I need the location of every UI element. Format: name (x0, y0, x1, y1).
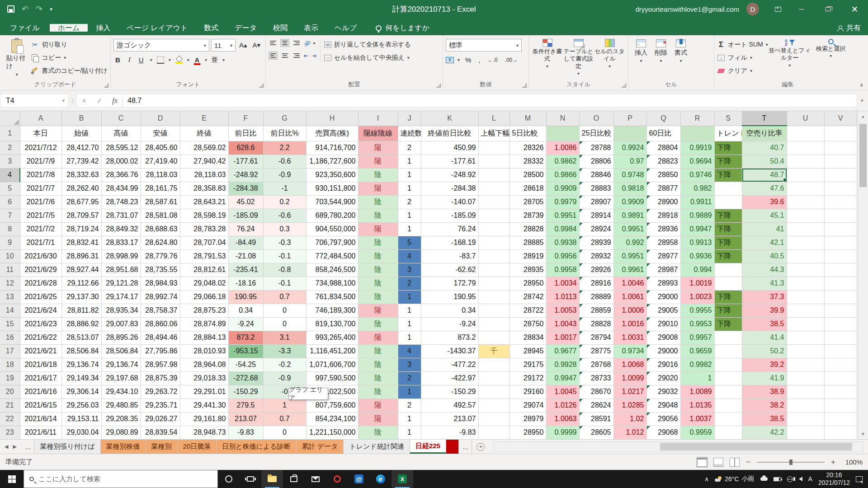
grid-cell[interactable]: 904,550,000 (306, 222, 358, 236)
grid-cell[interactable] (824, 236, 857, 249)
grid-cell[interactable]: 0.9936 (680, 249, 714, 263)
sheet-tab-業種別株価[interactable]: 業種別株価 (101, 440, 146, 454)
grid-cell[interactable]: -84.49 (228, 236, 263, 249)
grid-cell[interactable]: 0.9958 (546, 263, 579, 277)
grid-cell[interactable]: 38.9 (742, 385, 787, 399)
grid-cell[interactable]: 29,136.74 (101, 358, 141, 371)
grid-cell[interactable] (787, 182, 824, 195)
grid-cell[interactable]: 50.4 (742, 155, 787, 168)
column-header-O[interactable]: O (579, 111, 613, 126)
align-left-icon[interactable] (269, 52, 278, 60)
grid-cell[interactable]: 0 (263, 304, 306, 317)
grid-cell[interactable]: 28591 (579, 412, 613, 426)
grid-cell[interactable]: 28924 (579, 222, 613, 236)
grid-cell[interactable]: 29,174.17 (101, 290, 141, 304)
grid-cell[interactable]: 陰 (358, 385, 398, 399)
grid-cell[interactable]: -54.25 (228, 358, 263, 371)
row-header-1[interactable]: 1 (0, 126, 20, 141)
grid-cell[interactable]: 38.5 (742, 412, 787, 426)
grid-cell[interactable]: 47.6 (742, 182, 787, 195)
grid-cell[interactable]: 190.95 (228, 290, 263, 304)
grid-cell[interactable]: 28,964.08 (180, 358, 228, 371)
grid-cell[interactable]: 28739 (509, 209, 546, 222)
grid-cell[interactable] (478, 263, 509, 277)
grid-cell[interactable]: 0.7 (263, 290, 306, 304)
grid-cell[interactable]: 4 (398, 249, 421, 263)
row-header-6[interactable]: 6 (0, 195, 20, 209)
sort-filter-button[interactable]: AZ 並べ替えとフィルター▾ (768, 38, 811, 69)
grid-cell[interactable]: 0.9659 (680, 344, 714, 358)
grid-cell[interactable]: 高値 (101, 126, 141, 141)
grid-cell[interactable]: -272.68 (228, 371, 263, 385)
clipboard-dialog-launcher-icon[interactable] (104, 83, 108, 88)
grid-cell[interactable]: 28,161.75 (141, 182, 180, 195)
page-break-view-icon[interactable] (730, 458, 740, 467)
grid-cell[interactable]: 28,506.84 (101, 344, 141, 358)
grid-cell[interactable]: 28945 (509, 344, 546, 358)
grid-cell[interactable]: 1 (398, 155, 421, 168)
grid-cell[interactable]: 29,256.03 (61, 399, 101, 412)
grid-cell[interactable]: -248.92 (228, 168, 263, 182)
customize-qat-icon[interactable]: ▾ (50, 6, 52, 12)
sheet-tab-20日騰落[interactable]: 20日騰落 (178, 440, 217, 454)
grid-cell[interactable]: 1.0086 (546, 141, 579, 155)
grid-cell[interactable]: 陰 (358, 358, 398, 371)
sheet-tab-業種別[interactable]: 業種別 (146, 440, 178, 454)
minimize-button[interactable] (788, 0, 815, 18)
ribbon-display-options-icon[interactable] (768, 0, 788, 18)
grid-cell[interactable]: 28,581.08 (141, 209, 180, 222)
grid-cell[interactable]: -140.07 (421, 195, 478, 209)
grid-cell[interactable]: -83.7 (421, 249, 478, 263)
grid-cell[interactable] (478, 277, 509, 290)
horizontal-scrollbar[interactable] (494, 441, 863, 452)
grid-cell[interactable]: 2021/6/14 (20, 412, 61, 426)
grid-cell[interactable]: 39.2 (742, 358, 787, 371)
grid-cell[interactable]: 492.57 (421, 399, 478, 412)
grid-cell[interactable] (787, 426, 824, 439)
row-header-13[interactable]: 13 (0, 290, 20, 304)
grid-cell[interactable] (714, 358, 742, 371)
grid-cell[interactable] (478, 182, 509, 195)
grid-cell[interactable]: 0.9862 (546, 155, 579, 168)
grid-cell[interactable]: 873.2 (421, 331, 478, 344)
action-center-icon[interactable] (856, 476, 863, 482)
grid-cell[interactable]: 1.0068 (613, 358, 646, 371)
grid-cell[interactable]: 28,957.98 (141, 358, 180, 371)
grid-cell[interactable]: 2 (398, 399, 421, 412)
merge-center-button[interactable]: セルを結合して中央揃え▾ (324, 52, 411, 63)
grid-cell[interactable]: 陰 (358, 344, 398, 358)
column-header-U[interactable]: U (787, 111, 824, 126)
sheet-tab-トレンド統計関連[interactable]: トレンド統計関連 (344, 440, 410, 454)
grid-cell[interactable]: 29,441.30 (180, 399, 228, 412)
grid-cell[interactable]: 28,118.03 (141, 168, 180, 182)
grid-cell[interactable]: -1430.37 (421, 344, 478, 358)
decrease-indent-icon[interactable]: ⇤ (304, 52, 309, 59)
grid-cell[interactable]: 0.9957 (680, 331, 714, 344)
grid-cell[interactable]: 2021/7/8 (20, 168, 61, 182)
grid-cell[interactable]: 29,112.66 (61, 277, 101, 290)
grid-cell[interactable] (824, 126, 857, 141)
grid-cell[interactable]: 28804 (646, 141, 680, 155)
grid-cell[interactable] (478, 155, 509, 168)
restore-button[interactable] (815, 0, 841, 18)
styles-dialog-launcher-icon[interactable] (622, 83, 626, 88)
grid-cell[interactable]: 0.992 (613, 236, 646, 249)
taskbar-app-store[interactable] (283, 470, 305, 488)
grid-cell[interactable]: 29,137.30 (61, 290, 101, 304)
grid-cell[interactable]: 0.9748 (613, 168, 646, 182)
tab-表示[interactable]: 表示 (296, 24, 326, 32)
grid-cell[interactable]: 28,779.76 (141, 249, 180, 263)
grid-cell[interactable]: 29,235.71 (141, 399, 180, 412)
font-name-select[interactable]: 游ゴシック▾ (113, 39, 209, 52)
grid-cell[interactable]: 28750 (509, 317, 546, 331)
delete-cells-button[interactable]: 削除▾ (651, 38, 671, 65)
fill-button[interactable]: ↓フィル▾ (717, 52, 768, 63)
grid-cell[interactable]: 28889 (579, 290, 613, 304)
grid-cell[interactable] (824, 209, 857, 222)
grid-cell[interactable]: 28326 (509, 141, 546, 155)
row-header-18[interactable]: 18 (0, 358, 20, 371)
grid-cell[interactable]: 28,731.07 (101, 209, 141, 222)
grid-cell[interactable] (824, 399, 857, 412)
column-header-B[interactable]: B (61, 111, 101, 126)
grid-cell[interactable]: 陽 (358, 412, 398, 426)
